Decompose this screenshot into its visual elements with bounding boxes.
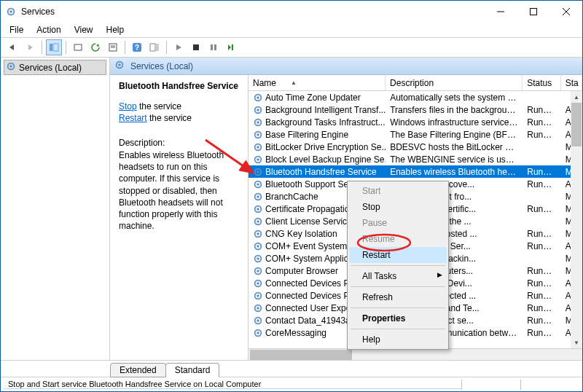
submenu-arrow-icon: ▶ bbox=[437, 271, 442, 278]
column-startup-type[interactable]: Sta bbox=[561, 75, 582, 90]
context-all-tasks[interactable]: All Tasks▶ bbox=[349, 268, 447, 284]
window-title: Services bbox=[21, 7, 55, 17]
svg-point-37 bbox=[257, 170, 259, 173]
restart-link[interactable]: Restart bbox=[119, 113, 147, 123]
refresh-button[interactable] bbox=[87, 39, 103, 55]
service-icon bbox=[253, 266, 263, 276]
table-row[interactable]: Background Tasks Infrastruct...Windows i… bbox=[249, 116, 582, 128]
scroll-down-button[interactable]: ▼ bbox=[571, 337, 582, 348]
service-icon bbox=[253, 142, 263, 152]
row-status: Running bbox=[523, 117, 560, 128]
svg-rect-7 bbox=[53, 44, 58, 51]
row-description: Transfers files in the background using … bbox=[386, 105, 523, 115]
description-label: Description: bbox=[119, 138, 239, 148]
properties-button[interactable] bbox=[105, 39, 121, 55]
column-description[interactable]: Description bbox=[386, 75, 523, 90]
vertical-scrollbar-thumb[interactable] bbox=[571, 103, 582, 146]
horizontal-scrollbar[interactable] bbox=[249, 348, 582, 360]
column-status[interactable]: Status bbox=[523, 75, 560, 90]
svg-rect-3 bbox=[530, 9, 536, 15]
service-icon bbox=[253, 154, 263, 165]
menu-view[interactable]: View bbox=[69, 23, 99, 36]
back-button[interactable] bbox=[4, 39, 20, 55]
table-row[interactable]: Background Intelligent Transf...Transfer… bbox=[249, 103, 582, 116]
row-description: Windows infrastructure service that con.… bbox=[386, 117, 523, 128]
stop-service-button[interactable] bbox=[188, 39, 204, 55]
service-icon bbox=[253, 303, 263, 313]
context-pause[interactable]: Pause bbox=[349, 215, 447, 231]
row-name: BranchCache bbox=[265, 192, 318, 202]
close-button[interactable] bbox=[549, 1, 582, 23]
minimize-button[interactable] bbox=[484, 1, 517, 23]
service-icon bbox=[253, 93, 263, 103]
row-name: BitLocker Drive Encryption Se... bbox=[265, 142, 386, 152]
scroll-up-button[interactable]: ▲ bbox=[571, 91, 582, 103]
context-refresh[interactable]: Refresh bbox=[349, 289, 447, 305]
show-hide-action-pane-button[interactable] bbox=[146, 39, 163, 55]
horizontal-scrollbar-thumb[interactable] bbox=[250, 350, 352, 360]
row-name: COM+ System Applicati bbox=[265, 254, 357, 264]
stop-link[interactable]: Stop bbox=[119, 101, 137, 111]
pause-service-button[interactable] bbox=[206, 39, 222, 55]
pane-header-label: Services (Local) bbox=[130, 61, 193, 71]
the-service-text: the service bbox=[137, 101, 181, 111]
context-stop[interactable]: Stop bbox=[349, 199, 447, 215]
table-row[interactable]: Base Filtering EngineThe Base Filtering … bbox=[249, 128, 582, 141]
tab-standard[interactable]: Standard bbox=[165, 363, 220, 377]
restart-service-button[interactable] bbox=[223, 39, 239, 55]
context-restart[interactable]: Restart bbox=[349, 247, 447, 263]
context-separator bbox=[351, 265, 445, 266]
table-row[interactable]: BitLocker Drive Encryption Se...BDESVC h… bbox=[249, 141, 582, 153]
service-icon bbox=[253, 192, 263, 202]
tree-pane: Services (Local) bbox=[1, 58, 110, 360]
table-row[interactable]: Block Level Backup Engine Se...The WBENG… bbox=[249, 153, 582, 165]
vertical-scrollbar[interactable]: ▲ ▼ bbox=[571, 91, 582, 348]
help-button[interactable]: ? bbox=[129, 39, 145, 55]
service-icon bbox=[253, 105, 263, 115]
menu-action[interactable]: Action bbox=[31, 23, 66, 36]
row-description: BDESVC hosts the BitLocker Drive Encry..… bbox=[386, 142, 523, 152]
service-icon bbox=[253, 167, 263, 177]
context-separator bbox=[351, 329, 445, 329]
context-start[interactable]: Start bbox=[349, 183, 447, 199]
svg-rect-17 bbox=[211, 44, 213, 50]
svg-rect-6 bbox=[50, 44, 52, 51]
export-list-button[interactable] bbox=[70, 39, 86, 55]
row-description: The WBENGINE service is used by Wind... bbox=[386, 154, 523, 165]
row-description: Automatically sets the system time zone. bbox=[386, 93, 523, 103]
column-name[interactable]: Name bbox=[249, 75, 386, 90]
services-icon bbox=[6, 61, 16, 74]
menu-help[interactable]: Help bbox=[101, 23, 130, 36]
forward-button[interactable] bbox=[22, 39, 38, 55]
svg-point-59 bbox=[257, 307, 259, 310]
description-block: Description: Enables wireless Bluetooth … bbox=[119, 138, 239, 232]
context-help[interactable]: Help bbox=[349, 332, 447, 348]
row-status: Running bbox=[523, 278, 560, 289]
tree-item-services-local[interactable]: Services (Local) bbox=[4, 60, 106, 75]
context-resume[interactable]: Resume bbox=[349, 231, 447, 247]
pane-header: Services (Local) bbox=[110, 58, 582, 75]
row-name: Block Level Backup Engine Se... bbox=[265, 154, 386, 165]
table-row[interactable]: Auto Time Zone UpdaterAutomatically sets… bbox=[249, 91, 582, 103]
service-icon bbox=[253, 315, 263, 326]
stop-action-line: Stop the service bbox=[119, 101, 239, 111]
maximize-button[interactable] bbox=[517, 1, 549, 23]
tabs-row: Extended Standard bbox=[1, 361, 582, 377]
show-hide-tree-button[interactable] bbox=[46, 39, 62, 55]
row-status: Running bbox=[523, 167, 560, 177]
selected-service-title: Bluetooth Handsfree Service bbox=[119, 81, 239, 91]
context-properties[interactable]: Properties bbox=[349, 310, 447, 326]
row-name: Base Filtering Engine bbox=[265, 130, 348, 140]
table-row[interactable]: Bluetooth Handsfree ServiceEnables wirel… bbox=[249, 165, 582, 178]
svg-point-47 bbox=[257, 232, 259, 235]
tab-extended[interactable]: Extended bbox=[110, 363, 166, 377]
row-name: Computer Browser bbox=[265, 266, 338, 276]
toolbar-separator bbox=[42, 41, 42, 54]
svg-point-27 bbox=[257, 109, 259, 111]
menu-file[interactable]: File bbox=[4, 23, 29, 36]
restart-action-line: Restart the service bbox=[119, 113, 239, 123]
pane-body: Bluetooth Handsfree Service Stop the ser… bbox=[110, 75, 582, 360]
start-service-button[interactable] bbox=[171, 39, 187, 55]
svg-point-21 bbox=[9, 65, 12, 68]
row-status: Running bbox=[523, 328, 560, 338]
